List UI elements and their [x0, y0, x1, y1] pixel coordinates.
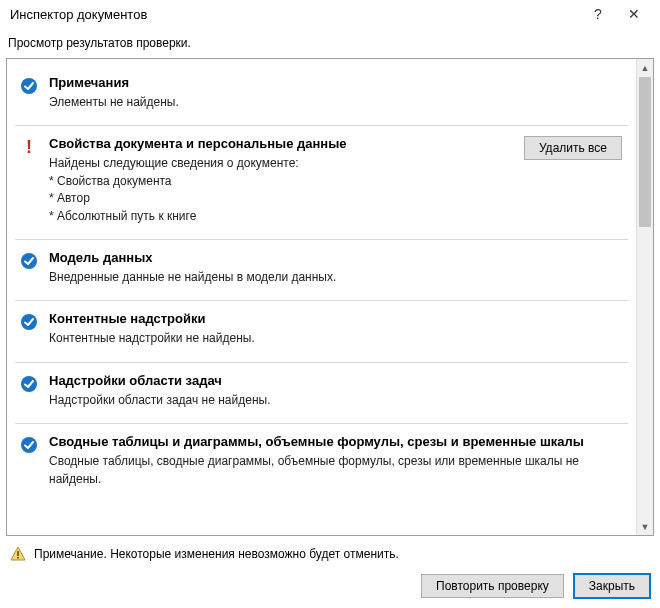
section-desc: Контентные надстройки не найдены.: [49, 330, 624, 347]
warning-icon: !: [19, 137, 39, 157]
check-icon: [19, 312, 39, 332]
scroll-thumb[interactable]: [639, 77, 651, 227]
close-button[interactable]: ✕: [616, 6, 652, 22]
section-heading: Надстройки области задач: [49, 373, 624, 388]
help-button[interactable]: ?: [580, 6, 616, 22]
window-title: Инспектор документов: [10, 7, 580, 22]
svg-point-3: [21, 376, 37, 392]
subheader: Просмотр результатов проверки.: [0, 28, 660, 58]
scroll-up-icon[interactable]: ▲: [637, 59, 653, 76]
svg-point-4: [21, 437, 37, 453]
section-desc: Надстройки области задач не найдены.: [49, 392, 624, 409]
svg-point-0: [21, 78, 37, 94]
footer-buttons: Повторить проверку Закрыть: [0, 570, 660, 608]
footer-note: Примечание. Некоторые изменения невозмож…: [0, 536, 660, 570]
results-panel: Примечания Элементы не найдены. ! Свойст…: [6, 58, 654, 536]
section-desc: Сводные таблицы, сводные диаграммы, объе…: [49, 453, 624, 488]
scrollbar[interactable]: ▲ ▼: [636, 59, 653, 535]
svg-rect-6: [17, 557, 19, 559]
results-content: Примечания Элементы не найдены. ! Свойст…: [7, 59, 636, 535]
titlebar: Инспектор документов ? ✕: [0, 0, 660, 28]
footer-note-text: Примечание. Некоторые изменения невозмож…: [34, 547, 399, 561]
section-desc: Найдены следующие сведения о документе: …: [49, 155, 506, 225]
alert-icon: [10, 546, 26, 562]
check-icon: [19, 251, 39, 271]
check-icon: [19, 374, 39, 394]
check-icon: [19, 76, 39, 96]
section-doc-properties: ! Свойства документа и персональные данн…: [15, 126, 628, 240]
section-desc: Элементы не найдены.: [49, 94, 624, 111]
scroll-down-icon[interactable]: ▼: [637, 518, 653, 535]
section-heading: Контентные надстройки: [49, 311, 624, 326]
svg-point-1: [21, 253, 37, 269]
section-heading: Свойства документа и персональные данные: [49, 136, 506, 151]
svg-point-2: [21, 314, 37, 330]
remove-all-button[interactable]: Удалить все: [524, 136, 622, 160]
reinspect-button[interactable]: Повторить проверку: [421, 574, 564, 598]
svg-rect-5: [17, 551, 19, 556]
section-pivot: Сводные таблицы и диаграммы, объемные фо…: [15, 424, 628, 502]
section-taskpane-addins: Надстройки области задач Надстройки обла…: [15, 363, 628, 424]
section-heading: Примечания: [49, 75, 624, 90]
close-dialog-button[interactable]: Закрыть: [574, 574, 650, 598]
section-heading: Модель данных: [49, 250, 624, 265]
section-data-model: Модель данных Внедренные данные не найде…: [15, 240, 628, 301]
check-icon: [19, 435, 39, 455]
section-heading: Сводные таблицы и диаграммы, объемные фо…: [49, 434, 624, 449]
section-desc: Внедренные данные не найдены в модели да…: [49, 269, 624, 286]
section-content-addins: Контентные надстройки Контентные надстро…: [15, 301, 628, 362]
section-comments: Примечания Элементы не найдены.: [15, 65, 628, 126]
